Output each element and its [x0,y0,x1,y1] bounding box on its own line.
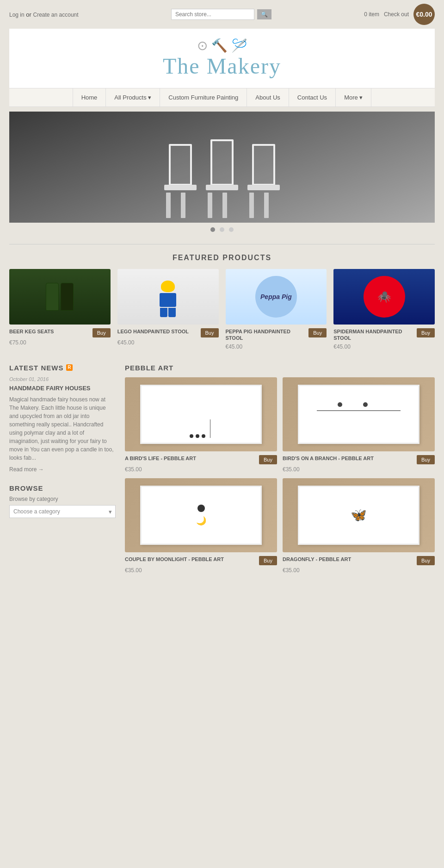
lego-body [160,293,176,307]
product-name-row-beer: BEER KEG SEATS Buy [9,328,111,337]
pebble-name-2: BIRD'S ON A BRANCH - PEBBLE ART [283,455,417,462]
bottom-columns: LATEST NEWS r October 01, 2016 HANDMADE … [9,364,435,574]
latest-news-section-title: LATEST NEWS r [9,364,116,372]
pebble-buy-btn-4[interactable]: Buy [417,556,435,565]
product-price-peppa: €45.00 [226,343,327,350]
pebble-card-birds-life: A BIRD'S LIFE - PEBBLE ART Buy €35.00 [125,377,277,473]
cart-items-count: 0 item [364,11,379,18]
product-image-peppa: Peppa Pig [226,269,327,325]
slider-image [9,112,435,223]
slider-dot-1[interactable] [210,227,215,232]
pebble-name-row-1: A BIRD'S LIFE - PEBBLE ART Buy [125,455,277,464]
spool-icon: 🪡 [231,38,247,53]
pebble-card-dragonfly: 🦋 DRAGONFLY - PEBBLE ART Buy €35.00 [283,478,435,574]
pebble-frame-4: 🦋 [298,486,419,545]
product-name-beer: BEER KEG SEATS [9,328,92,335]
category-select[interactable]: Choose a categoryPebble ArtPainted Furni… [9,505,116,518]
read-more-link[interactable]: Read more → [9,466,44,473]
product-price-spider: €45.00 [333,343,435,350]
product-price-beer: €75.00 [9,339,111,346]
nav-custom-furniture[interactable]: Custom Furniture Painting [160,88,247,106]
or-text: or [26,11,31,18]
product-name-peppa: PEPPA PIG HANDPAINTED STOOL [226,328,309,342]
pebble-buy-btn-2[interactable]: Buy [417,455,435,464]
hammer-icon: 🔨 [211,38,228,53]
nav-more[interactable]: More [336,88,371,106]
create-account-link[interactable]: Create an account [33,12,79,18]
buy-button-beer[interactable]: Buy [92,328,111,337]
featured-products-title: FEATURED PRODUCTS [0,254,444,262]
divider-1 [9,244,435,244]
pebble-card-birds-branch: BIRD'S ON A BRANCH - PEBBLE ART Buy €35.… [283,377,435,473]
lego-figure-icon [159,281,177,313]
beer-can-1 [46,283,59,311]
pebble-art-title: PEBBLE ART [125,364,435,372]
product-price-lego: €45.00 [117,339,219,346]
site-header: ⊙ 🔨 🪡 The Makery [9,29,435,88]
pebble-name-4: DRAGONFLY - PEBBLE ART [283,556,417,562]
news-headline: HANDMADE FAIRY HOUSES [9,385,116,392]
pebble-name-row-2: BIRD'S ON A BRANCH - PEBBLE ART Buy [283,455,435,464]
button-icon: ⊙ [197,38,208,53]
pebble-name-row-3: COUPLE BY MOONLIGHT - PEBBLE ART Buy [125,556,277,565]
account-links: Log in or Create an account [9,11,79,18]
product-name-row-peppa: PEPPA PIG HANDPAINTED STOOL Buy [226,328,327,342]
nav-home[interactable]: Home [73,88,106,106]
news-body: Magical handmade fairy houses now at The… [9,395,116,462]
beer-cans-icon [46,283,74,311]
product-card-peppa: Peppa Pig PEPPA PIG HANDPAINTED STOOL Bu… [226,269,327,350]
slider-dot-3[interactable] [229,227,234,232]
search-input[interactable] [171,9,254,20]
buy-button-peppa[interactable]: Buy [308,328,327,337]
pebble-image-birds-life [125,377,277,451]
pebble-buy-btn-1[interactable]: Buy [259,455,277,464]
product-name-row-spider: SPIDERMAN HANDPAINTED STOOL Buy [333,328,435,342]
slider-dots [0,223,444,237]
pebble-price-4: €35.00 [283,567,435,574]
peppa-circle-icon: Peppa Pig [255,276,297,318]
cart-total-value: €0.00 [416,11,432,18]
pebble-image-dragonfly: 🦋 [283,478,435,552]
pebble-frame-1 [140,385,262,444]
product-image-beer [9,269,111,325]
pebble-image-birds-branch [283,377,435,451]
lego-legs [159,308,177,317]
hero-slider [9,112,435,223]
logo-icon-group: ⊙ 🔨 🪡 The Makery [163,38,281,79]
buy-button-lego[interactable]: Buy [201,328,219,337]
product-name-spider: SPIDERMAN HANDPAINTED STOOL [333,328,417,342]
pebble-card-couple-moonlight: 🌙 COUPLE BY MOONLIGHT - PEBBLE ART Buy €… [125,478,277,574]
pebble-buy-btn-3[interactable]: Buy [259,556,277,565]
pebble-frame-3: 🌙 [140,486,262,545]
browse-by-category-label: Browse by category [9,496,116,502]
lego-leg-left [160,308,167,317]
search-button[interactable]: 🔍 [257,9,271,19]
pebble-image-couple-moonlight: 🌙 [125,478,277,552]
product-card-lego: LEGO HANDPAINTED STOOL Buy €45.00 [117,269,219,350]
cart-total-badge[interactable]: €0.00 [413,4,435,25]
product-image-spider: 🕷️ [333,269,435,325]
login-link[interactable]: Log in [9,12,25,18]
slider-dot-2[interactable] [220,227,224,232]
category-select-wrapper: Choose a categoryPebble ArtPainted Furni… [9,505,116,518]
pebble-price-1: €35.00 [125,466,277,473]
right-column: PEBBLE ART A BIRD'S LIFE - PEBBLE [125,364,435,574]
top-bar: Log in or Create an account 🔍 0 item Che… [0,0,444,29]
nav-all-products[interactable]: All Products [106,88,160,106]
left-column: LATEST NEWS r October 01, 2016 HANDMADE … [9,364,116,574]
search-area: 🔍 [171,9,271,20]
product-card-beer: BEER KEG SEATS Buy €75.00 [9,269,111,350]
main-nav: Home All Products Custom Furniture Paint… [9,88,435,107]
spider-circle-icon: 🕷️ [364,276,405,318]
beer-can-2 [61,283,74,311]
pebble-art-grid: A BIRD'S LIFE - PEBBLE ART Buy €35.00 [125,377,435,574]
buy-button-spider[interactable]: Buy [417,328,435,337]
nav-about-us[interactable]: About Us [247,88,289,106]
featured-products-grid: BEER KEG SEATS Buy €75.00 LEGO HANDPAINT… [9,269,435,350]
browse-section: BROWSE Browse by category Choose a categ… [9,484,116,518]
checkout-link[interactable]: Check out [384,11,409,18]
site-title: The Makery [163,53,281,79]
nav-contact-us[interactable]: Contact Us [289,88,336,106]
logo-area: ⊙ 🔨 🪡 The Makery [18,38,426,79]
rss-icon: r [66,364,73,371]
